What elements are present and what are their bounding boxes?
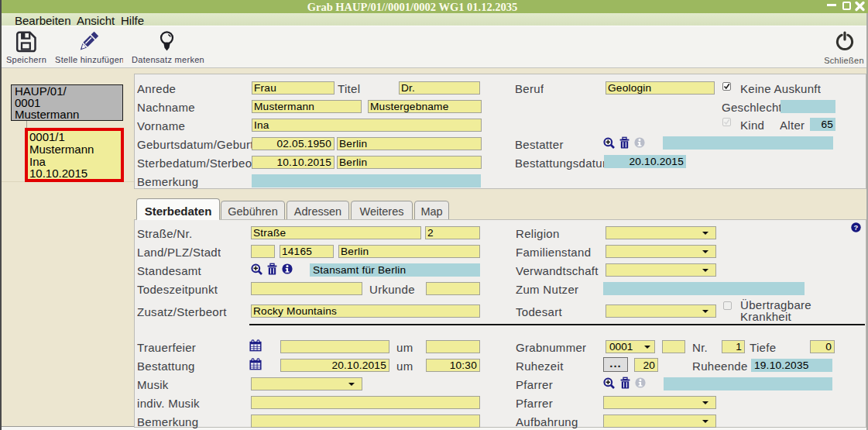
svg-text:?: ? <box>854 223 859 232</box>
